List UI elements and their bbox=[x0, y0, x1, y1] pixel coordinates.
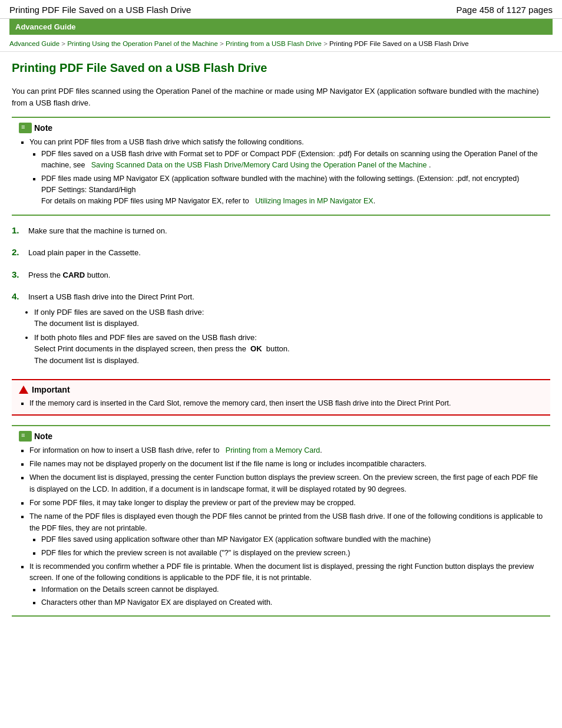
note2-item5: The name of the PDF files is displayed e… bbox=[29, 511, 543, 559]
important-header: Important bbox=[19, 385, 543, 394]
step-3: 3. Press the CARD button. bbox=[12, 269, 550, 281]
note2-item1: For information on how to insert a USB f… bbox=[29, 445, 543, 456]
top-bar: Printing PDF File Saved on a USB Flash D… bbox=[0, 0, 562, 19]
note-icon-2 bbox=[19, 431, 32, 442]
note-icon-1 bbox=[19, 123, 32, 133]
page-count: Page 458 of 1127 pages bbox=[457, 5, 553, 15]
note1-sub2: PDF files made using MP Navigator EX (ap… bbox=[41, 173, 543, 207]
step-4: 4. Insert a USB flash drive into the Dir… bbox=[12, 291, 550, 368]
main-content: Printing PDF File Saved on a USB Flash D… bbox=[0, 52, 562, 635]
note-label-2: Note bbox=[34, 431, 52, 441]
step-number-1: 1. bbox=[12, 225, 28, 235]
breadcrumb-current: Printing PDF File Saved on a USB Flash D… bbox=[329, 40, 468, 47]
note2-sub4: Characters other than MP Navigator EX ar… bbox=[41, 597, 543, 608]
step-2: 2. Load plain paper in the Cassette. bbox=[12, 247, 550, 259]
breadcrumb-printing-using-panel[interactable]: Printing Using the Operation Panel of th… bbox=[67, 40, 218, 47]
step4-sub2: If both photo files and PDF files are sa… bbox=[34, 332, 550, 367]
step4-sub1: If only PDF files are saved on the USB f… bbox=[34, 307, 550, 330]
step-content-4: Insert a USB flash drive into the Direct… bbox=[28, 291, 550, 368]
important-item1: If the memory card is inserted in the Ca… bbox=[29, 398, 543, 409]
steps-list: 1. Make sure that the machine is turned … bbox=[12, 225, 550, 369]
guide-banner: Advanced Guide bbox=[9, 19, 553, 35]
link-printing-from-memory-card[interactable]: Printing from a Memory Card bbox=[226, 446, 320, 454]
note1-sub1: PDF files saved on a USB flash drive wit… bbox=[41, 149, 543, 172]
step-number-3: 3. bbox=[12, 269, 28, 279]
card-button-label: CARD bbox=[63, 271, 85, 279]
note2-sub3: Information on the Details screen cannot… bbox=[41, 584, 543, 595]
step-content-1: Make sure that the machine is turned on. bbox=[28, 225, 550, 237]
breadcrumb-advanced-guide[interactable]: Advanced Guide bbox=[9, 40, 59, 47]
breadcrumb-printing-from-usb[interactable]: Printing from a USB Flash Drive bbox=[226, 40, 322, 47]
guide-banner-label: Advanced Guide bbox=[15, 22, 76, 31]
note-box-2: Note For information on how to insert a … bbox=[12, 425, 550, 617]
note2-item4: For some PDF files, it may take longer t… bbox=[29, 498, 543, 509]
important-label: Important bbox=[32, 385, 70, 394]
note-content-1: You can print PDF files from a USB flash… bbox=[19, 137, 543, 207]
breadcrumb: Advanced Guide > Printing Using the Oper… bbox=[0, 35, 562, 52]
note-content-2: For information on how to insert a USB f… bbox=[19, 445, 543, 609]
note2-item6: It is recommended you confirm whether a … bbox=[29, 561, 543, 609]
top-bar-title: Printing PDF File Saved on a USB Flash D… bbox=[9, 5, 191, 15]
step-number-4: 4. bbox=[12, 291, 28, 301]
important-content: If the memory card is inserted in the Ca… bbox=[19, 398, 543, 409]
intro-paragraph: You can print PDF files scanned using th… bbox=[12, 85, 550, 108]
ok-button-label: OK bbox=[250, 344, 262, 353]
important-box: Important If the memory card is inserted… bbox=[12, 379, 550, 415]
step-1: 1. Make sure that the machine is turned … bbox=[12, 225, 550, 237]
note-box-1: Note You can print PDF files from a USB … bbox=[12, 117, 550, 215]
note2-item3: When the document list is displayed, pre… bbox=[29, 472, 543, 495]
step-content-2: Load plain paper in the Cassette. bbox=[28, 247, 550, 259]
link-saving-scanned[interactable]: Saving Scanned Data on the USB Flash Dri… bbox=[91, 161, 427, 169]
note2-item2: File names may not be displayed properly… bbox=[29, 459, 543, 470]
link-utilizing-images[interactable]: Utilizing Images in MP Navigator EX bbox=[255, 197, 373, 205]
step-number-2: 2. bbox=[12, 247, 28, 257]
page-heading: Printing PDF File Saved on a USB Flash D… bbox=[12, 61, 550, 77]
note-header-1: Note bbox=[19, 123, 543, 133]
note1-item1: You can print PDF files from a USB flash… bbox=[29, 137, 543, 207]
note2-sub1: PDF files saved using application softwa… bbox=[41, 534, 543, 545]
step-content-3: Press the CARD button. bbox=[28, 269, 550, 281]
note-label-1: Note bbox=[34, 123, 52, 133]
note-header-2: Note bbox=[19, 431, 543, 442]
note2-sub2: PDF files for which the preview screen i… bbox=[41, 548, 543, 559]
important-icon bbox=[19, 386, 28, 394]
